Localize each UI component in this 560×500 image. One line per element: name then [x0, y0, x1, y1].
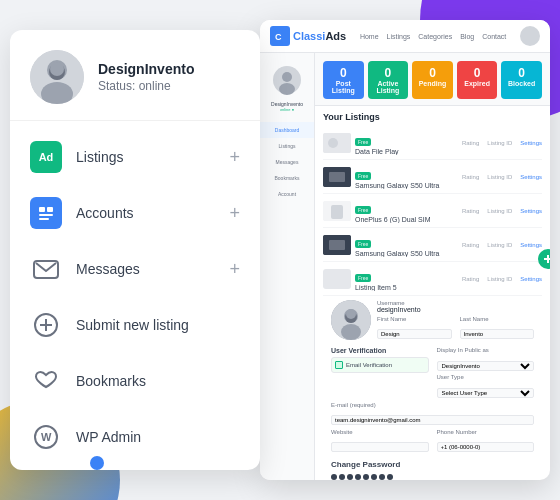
- listings-label: Listings: [76, 149, 229, 165]
- listing-badge-4: Free: [355, 240, 371, 248]
- username-value: designInvento: [377, 306, 534, 313]
- stat-blocked-value: 0: [505, 66, 538, 80]
- pwd-dot-1: [331, 474, 337, 480]
- nav-categories: Categories: [418, 33, 452, 40]
- listing-meta-3: Rating Listing ID Settings: [462, 208, 542, 214]
- phone-input[interactable]: [437, 442, 535, 452]
- listing-meta-2: Rating Listing ID Settings: [462, 174, 542, 180]
- listing-settings-3[interactable]: Settings: [520, 208, 542, 214]
- sidebar-item-listings[interactable]: Ad Listings +: [10, 129, 260, 185]
- listing-name-4: Samsung Galaxy S50 Ultra: [355, 250, 458, 257]
- usertype-select[interactable]: Select User Type: [437, 388, 535, 398]
- messages-label: Messages: [76, 261, 229, 277]
- stat-active: 0 Active Listing: [368, 61, 409, 99]
- listing-meta-4: Rating Listing ID Settings: [462, 242, 542, 248]
- svg-point-32: [346, 309, 356, 319]
- listing-thumb-4: [323, 235, 351, 255]
- profile-fields: Username designInvento First Name Last N…: [377, 300, 534, 343]
- pwd-dot-3: [347, 474, 353, 480]
- listing-rating-5: Rating: [462, 276, 479, 282]
- listing-id-3: Listing ID: [487, 208, 512, 214]
- pwd-dot-6: [371, 474, 377, 480]
- listing-thumb-3: [323, 201, 351, 221]
- listing-name-1: Data File Play: [355, 148, 458, 155]
- display-select[interactable]: DesignInvento: [437, 361, 535, 371]
- stat-pending-label: Pending: [419, 80, 447, 87]
- listing-settings-1[interactable]: Settings: [520, 140, 542, 146]
- listing-rating-4: Rating: [462, 242, 479, 248]
- dashboard-logo: C ClassiAds: [270, 26, 346, 46]
- listing-rating-3: Rating: [462, 208, 479, 214]
- listing-name-5: Listing Item 5: [355, 284, 458, 291]
- website-input[interactable]: [331, 442, 429, 452]
- display-label: Display In Public as: [437, 347, 535, 353]
- verification-title: User Verification: [331, 347, 429, 354]
- listing-info-3: Free OnePlus 6 (G) Dual SIM: [355, 198, 458, 223]
- firstname-input[interactable]: [377, 329, 452, 339]
- listing-settings-5[interactable]: Settings: [520, 276, 542, 282]
- profile-name: DesignInvento: [98, 61, 194, 77]
- sidebar-item-wp[interactable]: W WP Admin: [10, 409, 260, 465]
- messages-plus[interactable]: +: [229, 259, 240, 280]
- email-input[interactable]: [331, 415, 534, 425]
- nav-contact: Contact: [482, 33, 506, 40]
- blue-dot-decoration: [90, 456, 104, 470]
- sidebar-item-messages[interactable]: Messages +: [10, 241, 260, 297]
- lastname-field: Last Name: [460, 316, 535, 340]
- inner-nav-messages[interactable]: Messages: [260, 154, 314, 170]
- listings-section: Your Listings Free Data File Play Rating…: [315, 106, 550, 480]
- name-fields: First Name Last Name: [377, 316, 534, 343]
- firstname-label: First Name: [377, 316, 452, 322]
- pwd-dot-7: [379, 474, 385, 480]
- stat-post-value: 0: [327, 66, 360, 80]
- inner-sidebar: DesignInvento online ● Dashboard Listing…: [260, 53, 315, 480]
- messages-icon: [30, 253, 62, 285]
- change-password-label: Change Password: [331, 460, 534, 469]
- svg-point-33: [341, 324, 361, 340]
- svg-point-19: [282, 72, 292, 82]
- bookmarks-icon: [30, 365, 62, 397]
- table-row: Free OnePlus 6 (G) Dual SIM Rating Listi…: [323, 194, 542, 228]
- wp-icon: W: [30, 421, 62, 453]
- stat-active-value: 0: [372, 66, 405, 80]
- pwd-dot-4: [355, 474, 361, 480]
- listing-thumb-2: [323, 167, 351, 187]
- listing-info-1: Free Data File Play: [355, 130, 458, 155]
- listing-badge-3: Free: [355, 206, 371, 214]
- inner-nav-bookmarks[interactable]: Bookmarks: [260, 170, 314, 186]
- listing-info-2: Free Samsung Galaxy S50 Ultra: [355, 164, 458, 189]
- profile-info: DesignInvento Status: online: [98, 61, 194, 93]
- website-phone-row: Website Phone Number: [331, 429, 534, 456]
- svg-rect-9: [39, 218, 49, 220]
- table-row: Free Listing Item 5 Rating Listing ID Se…: [323, 262, 542, 296]
- listing-id-4: Listing ID: [487, 242, 512, 248]
- sidebar-item-accounts[interactable]: Accounts +: [10, 185, 260, 241]
- inner-nav-account[interactable]: Account: [260, 186, 314, 202]
- stat-pending-value: 0: [416, 66, 449, 80]
- email-field-row: E-mail (required): [331, 402, 534, 426]
- display-as-section: Display In Public as DesignInvento User …: [437, 347, 535, 399]
- listing-thumb-5: [323, 269, 351, 289]
- accounts-plus[interactable]: +: [229, 203, 240, 224]
- sidebar: DesignInvento Status: online Ad Listings…: [10, 30, 260, 470]
- submit-icon: [30, 309, 62, 341]
- listing-settings-4[interactable]: Settings: [520, 242, 542, 248]
- pwd-dot-2: [339, 474, 345, 480]
- sidebar-item-submit[interactable]: Submit new listing: [10, 297, 260, 353]
- listings-plus[interactable]: +: [229, 147, 240, 168]
- listing-meta-5: Rating Listing ID Settings: [462, 276, 542, 282]
- nav-home: Home: [360, 33, 379, 40]
- accounts-label: Accounts: [76, 205, 229, 221]
- svg-point-22: [328, 138, 338, 148]
- inner-nav-dashboard[interactable]: Dashboard: [260, 122, 314, 138]
- listing-badge-1: Free: [355, 138, 371, 146]
- password-field: [331, 472, 534, 480]
- listing-info-5: Free Listing Item 5: [355, 266, 458, 291]
- dashboard-header: C ClassiAds Home Listings Categories Blo…: [260, 20, 550, 53]
- sidebar-item-bookmarks[interactable]: Bookmarks: [10, 353, 260, 409]
- phone-label: Phone Number: [437, 429, 535, 435]
- inner-nav-listings[interactable]: Listings: [260, 138, 314, 154]
- stat-expired: 0 Expired: [457, 61, 498, 99]
- listing-settings-2[interactable]: Settings: [520, 174, 542, 180]
- lastname-input[interactable]: [460, 329, 535, 339]
